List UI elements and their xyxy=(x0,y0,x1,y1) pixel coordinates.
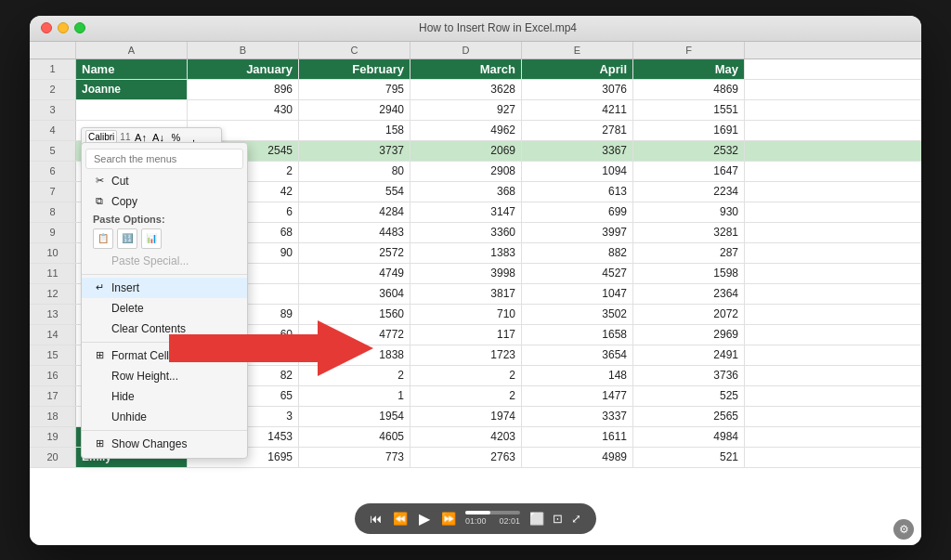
cell[interactable]: 1723 xyxy=(410,345,522,365)
table-row[interactable]: 1NameJanuaryFebruaryMarchAprilMay xyxy=(30,59,921,80)
paste-btn-1[interactable]: 📋 xyxy=(93,228,113,249)
settings-corner[interactable]: ⚙ xyxy=(893,519,914,540)
cell[interactable]: 2491 xyxy=(633,345,745,365)
cm-show-changes[interactable]: ⊞ Show Changes xyxy=(82,434,247,454)
step-back-btn[interactable]: ⏪ xyxy=(391,510,410,527)
cell[interactable]: 430 xyxy=(188,100,299,120)
cell[interactable]: 2565 xyxy=(633,407,745,426)
cell[interactable]: 896 xyxy=(188,80,299,99)
cm-format-cells[interactable]: ⊞ Format Cells... xyxy=(82,345,247,366)
cell[interactable]: 117 xyxy=(410,325,522,345)
cell[interactable]: 2 xyxy=(299,366,410,385)
cell[interactable]: 287 xyxy=(633,243,745,263)
cell[interactable]: 1658 xyxy=(522,325,633,345)
cell[interactable]: 930 xyxy=(633,202,745,222)
cell[interactable]: 1551 xyxy=(633,100,745,120)
col-header-b[interactable]: B xyxy=(188,42,299,59)
cell[interactable]: 2572 xyxy=(299,243,410,263)
cell[interactable]: April xyxy=(522,59,633,79)
cell[interactable]: 4203 xyxy=(410,427,522,447)
cell[interactable]: 4527 xyxy=(522,264,633,283)
cell[interactable]: 2969 xyxy=(633,325,745,345)
cell[interactable]: 1974 xyxy=(410,407,522,426)
cell[interactable]: 3997 xyxy=(522,223,633,242)
cm-row-height[interactable]: Row Height... xyxy=(82,366,247,386)
col-header-f[interactable]: F xyxy=(633,42,745,59)
cm-copy[interactable]: ⧉ Copy xyxy=(82,191,247,212)
cell[interactable]: 2908 xyxy=(410,162,522,181)
cell[interactable]: 882 xyxy=(522,243,633,263)
cm-unhide[interactable]: Unhide xyxy=(82,407,247,427)
cell[interactable]: 1560 xyxy=(299,305,410,324)
cell[interactable]: 3147 xyxy=(410,202,522,222)
cell[interactable]: 3736 xyxy=(633,366,745,385)
cm-cut[interactable]: ✂ Cut xyxy=(82,171,247,191)
cell[interactable]: 2763 xyxy=(410,448,522,467)
cell[interactable]: 1598 xyxy=(633,264,745,283)
video-controls[interactable]: ⏮ ⏪ ▶ ⏩ 01:00 02:01 ⬜ ⊡ ⤢ xyxy=(355,503,596,534)
context-menu-search[interactable] xyxy=(85,149,243,169)
cell[interactable]: 4984 xyxy=(633,427,745,447)
cell[interactable]: 2 xyxy=(410,386,522,406)
cell[interactable]: 368 xyxy=(410,182,522,202)
close-button[interactable] xyxy=(41,22,52,33)
play-btn[interactable]: ▶ xyxy=(417,508,432,529)
cell[interactable]: 4749 xyxy=(299,264,410,283)
cell[interactable]: 148 xyxy=(522,366,633,385)
cell[interactable]: 1838 xyxy=(299,345,410,365)
cell[interactable]: 3502 xyxy=(522,305,633,324)
cell[interactable]: 80 xyxy=(299,162,410,181)
pip-btn[interactable]: ⊡ xyxy=(551,510,565,527)
cell[interactable]: 2069 xyxy=(410,141,522,161)
cell[interactable]: March xyxy=(410,59,522,79)
cell[interactable]: February xyxy=(299,59,410,79)
cell[interactable]: 4483 xyxy=(299,223,410,242)
cell[interactable]: 2234 xyxy=(633,182,745,202)
cell[interactable]: 3737 xyxy=(299,141,410,161)
cm-insert[interactable]: ↵ Insert xyxy=(82,278,247,298)
cell[interactable]: 4772 xyxy=(299,325,410,345)
fullscreen-btn[interactable]: ⤢ xyxy=(569,510,583,527)
col-header-a[interactable]: A xyxy=(76,42,188,59)
screen-btn[interactable]: ⬜ xyxy=(528,510,546,527)
cell[interactable]: 1611 xyxy=(522,427,633,447)
cm-delete[interactable]: Delete xyxy=(82,298,247,319)
cell[interactable]: 927 xyxy=(410,100,522,120)
settings-gear-icon[interactable]: ⚙ xyxy=(893,519,914,540)
cell[interactable]: 554 xyxy=(299,182,410,202)
progress-bar-container[interactable]: 01:00 02:01 xyxy=(465,511,520,526)
cell[interactable]: 1047 xyxy=(522,284,633,304)
cell[interactable]: 1094 xyxy=(522,162,633,181)
cell[interactable]: 2 xyxy=(410,366,522,385)
cell[interactable]: 4605 xyxy=(299,427,410,447)
cell[interactable]: 613 xyxy=(522,182,633,202)
cell[interactable]: 4989 xyxy=(522,448,633,467)
cell[interactable]: 4962 xyxy=(410,121,522,140)
cell[interactable]: 3367 xyxy=(522,141,633,161)
cell[interactable]: 1647 xyxy=(633,162,745,181)
cell[interactable]: 710 xyxy=(410,305,522,324)
maximize-button[interactable] xyxy=(74,22,85,33)
table-row[interactable]: 2Joanne896795362830764869 xyxy=(30,80,921,100)
cell[interactable]: 4211 xyxy=(522,100,633,120)
cell[interactable]: 3076 xyxy=(522,80,633,99)
col-header-d[interactable]: D xyxy=(410,42,522,59)
cm-hide[interactable]: Hide xyxy=(82,386,247,407)
col-header-c[interactable]: C xyxy=(299,42,410,59)
cell[interactable]: 3281 xyxy=(633,223,745,242)
cell[interactable]: 1383 xyxy=(410,243,522,263)
paste-btn-2[interactable]: 🔢 xyxy=(117,228,137,249)
cell[interactable]: 4869 xyxy=(633,80,745,99)
cell[interactable]: 3817 xyxy=(410,284,522,304)
cell[interactable]: 3360 xyxy=(410,223,522,242)
cell[interactable]: 2364 xyxy=(633,284,745,304)
cell[interactable]: 795 xyxy=(299,80,410,99)
font-size-value[interactable]: 11 xyxy=(120,132,130,142)
cell[interactable]: 3604 xyxy=(299,284,410,304)
rewind-btn[interactable]: ⏮ xyxy=(368,510,384,527)
cm-paste-special[interactable]: Paste Special... xyxy=(82,251,247,271)
cell[interactable]: 3337 xyxy=(522,407,633,426)
progress-bar-track[interactable] xyxy=(465,511,520,514)
cell[interactable]: 2940 xyxy=(299,100,410,120)
minimize-button[interactable] xyxy=(58,22,69,33)
